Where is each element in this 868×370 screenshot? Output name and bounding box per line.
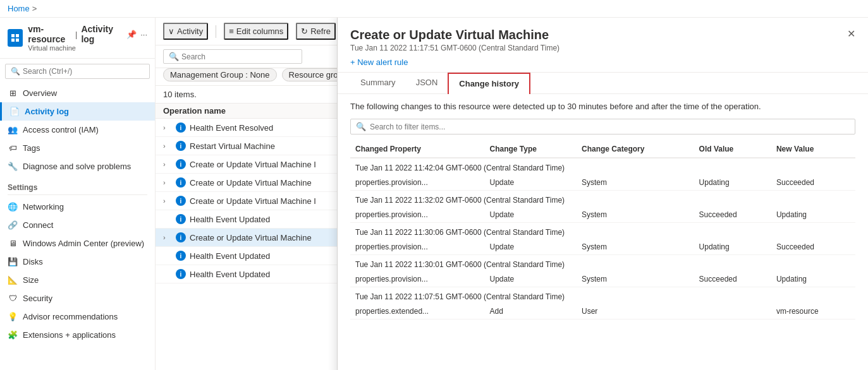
tags-icon: 🏷: [8, 143, 18, 153]
category-cell[interactable]: System: [577, 207, 694, 223]
property-cell[interactable]: properties.provision...: [350, 239, 484, 255]
resource-icon: [8, 29, 23, 47]
sidebar-item-connect[interactable]: 🔗 Connect: [0, 216, 155, 234]
type-cell: Update: [484, 207, 577, 223]
sidebar-item-size[interactable]: 📐 Size: [0, 271, 155, 289]
breadcrumb: Home >: [0, 0, 868, 18]
sidebar-item-advisor[interactable]: 💡 Advisor recommendations: [0, 307, 155, 326]
close-button[interactable]: ✕: [847, 28, 855, 40]
svg-rect-0: [11, 34, 15, 37]
item-name: Restart Virtual Machine: [190, 141, 275, 151]
tab-change-history[interactable]: Change history: [448, 73, 530, 94]
table-row[interactable]: properties.provision...UpdateSystemUpdat…: [350, 175, 855, 191]
networking-icon: 🌐: [8, 202, 18, 212]
svg-rect-2: [11, 39, 15, 42]
type-cell: Update: [484, 175, 577, 191]
item-status-icon: i: [176, 196, 186, 206]
property-cell[interactable]: properties.provision...: [350, 272, 484, 287]
sidebar-item-disks[interactable]: 💾 Disks: [0, 253, 155, 271]
filter-search-input[interactable]: [181, 52, 296, 61]
filter-search[interactable]: 🔍: [163, 49, 302, 64]
access-control-icon: 👥: [8, 125, 18, 134]
tab-json[interactable]: JSON: [406, 73, 448, 93]
item-name: Health Event Updated: [190, 215, 270, 224]
type-cell: Update: [484, 272, 577, 287]
sidebar-item-access-control[interactable]: 👥 Access control (IAM): [0, 121, 155, 139]
table-row[interactable]: properties.extended...AddUservm-resource: [350, 304, 855, 319]
advisor-icon: 💡: [8, 312, 18, 321]
new-alert-button[interactable]: + New alert rule: [350, 57, 408, 67]
sidebar-search[interactable]: 🔍: [5, 64, 150, 79]
sidebar-item-networking[interactable]: 🌐 Networking: [0, 198, 155, 216]
time-group-row: Tue Jan 11 2022 11:30:01 GMT-0600 (Centr…: [350, 255, 855, 272]
sidebar-search-input[interactable]: [23, 67, 144, 76]
resource-name: vm-resource: [28, 24, 71, 44]
detail-body: The following changes to this resource w…: [338, 94, 868, 370]
edit-columns-button[interactable]: ≡ Edit columns: [224, 23, 288, 40]
change-table: Changed Property Change Type Change Cate…: [350, 141, 855, 319]
svg-rect-3: [16, 39, 19, 42]
expand-icon[interactable]: ›: [163, 197, 173, 205]
activity-button[interactable]: ∨ Activity: [163, 23, 208, 40]
sidebar-item-label: Extensions + applications: [23, 330, 116, 340]
category-cell[interactable]: System: [577, 175, 694, 191]
detail-tabs: Summary JSON Change history: [338, 73, 868, 94]
change-search[interactable]: 🔍: [350, 119, 855, 134]
expand-icon[interactable]: ›: [163, 142, 173, 150]
time-group-row: Tue Jan 11 2022 11:30:06 GMT-0600 (Centr…: [350, 223, 855, 240]
category-cell[interactable]: System: [577, 272, 694, 287]
property-cell[interactable]: properties.provision...: [350, 175, 484, 191]
sidebar-item-extensions[interactable]: 🧩 Extensions + applications: [0, 326, 155, 344]
table-row[interactable]: properties.provision...UpdateSystemSucce…: [350, 207, 855, 223]
expand-icon[interactable]: ›: [163, 160, 173, 168]
separator: |: [75, 30, 77, 39]
tab-summary[interactable]: Summary: [350, 73, 406, 93]
settings-section-label: Settings: [0, 176, 155, 194]
overview-icon: ⊞: [8, 88, 18, 98]
expand-icon[interactable]: ›: [163, 124, 173, 131]
new-value-cell: Updating: [771, 207, 855, 223]
col-change-type: Change Type: [484, 141, 577, 158]
expand-icon[interactable]: ›: [163, 234, 173, 241]
item-status-icon: i: [176, 269, 186, 279]
item-name: Create or Update Virtual Machine: [190, 233, 312, 242]
sidebar-item-label: Size: [23, 275, 39, 285]
table-row[interactable]: properties.provision...UpdateSystemUpdat…: [350, 239, 855, 255]
sidebar-item-windows-admin[interactable]: 🖥 Windows Admin Center (preview): [0, 234, 155, 253]
sidebar-item-security[interactable]: 🛡 Security: [0, 289, 155, 307]
sidebar-item-diagnose[interactable]: 🔧 Diagnose and solve problems: [0, 157, 155, 176]
pin-icon[interactable]: 📌: [126, 30, 137, 39]
old-value-cell: [694, 304, 771, 319]
change-search-input[interactable]: [370, 122, 850, 131]
sidebar-item-label: Security: [23, 294, 52, 303]
property-cell[interactable]: properties.extended...: [350, 304, 484, 319]
time-group-row: Tue Jan 11 2022 11:07:51 GMT-0600 (Centr…: [350, 287, 855, 304]
search-icon: 🔍: [356, 122, 366, 131]
sidebar-item-tags[interactable]: 🏷 Tags: [0, 139, 155, 157]
item-status-icon: i: [176, 159, 186, 169]
refresh-icon: ↻: [301, 27, 308, 36]
sidebar-nav: ⊞ Overview 📄 Activity log 👥 Access contr…: [0, 84, 155, 344]
category-cell[interactable]: System: [577, 239, 694, 255]
change-notice-text: The following changes to this resource w…: [350, 102, 761, 111]
refresh-button[interactable]: ↻ Refre: [296, 23, 336, 40]
sidebar-item-label: Tags: [23, 143, 40, 153]
sidebar-item-overview[interactable]: ⊞ Overview: [0, 84, 155, 102]
detail-panel: Create or Update Virtual Machine Tue Jan…: [337, 18, 868, 370]
item-name: Create or Update Virtual Machine: [190, 178, 312, 188]
property-cell[interactable]: properties.provision...: [350, 207, 484, 223]
filter-search-icon: 🔍: [169, 52, 179, 61]
breadcrumb-home[interactable]: Home: [8, 4, 30, 13]
new-value-cell: vm-resource: [771, 304, 855, 319]
old-value-cell: Succeeded: [694, 272, 771, 287]
more-icon[interactable]: ···: [140, 30, 147, 39]
item-status-icon: i: [176, 251, 186, 261]
category-cell[interactable]: User: [577, 304, 694, 319]
sidebar-item-activity-log[interactable]: 📄 Activity log: [0, 102, 155, 121]
item-status-icon: i: [176, 214, 186, 224]
expand-icon[interactable]: ›: [163, 179, 173, 186]
sidebar-header: vm-resource | Activity log 📌 ··· Virtual…: [0, 18, 155, 59]
activity-label: Activity: [177, 27, 203, 36]
activity-chevron-icon: ∨: [168, 27, 174, 36]
table-row[interactable]: properties.provision...UpdateSystemSucce…: [350, 272, 855, 287]
